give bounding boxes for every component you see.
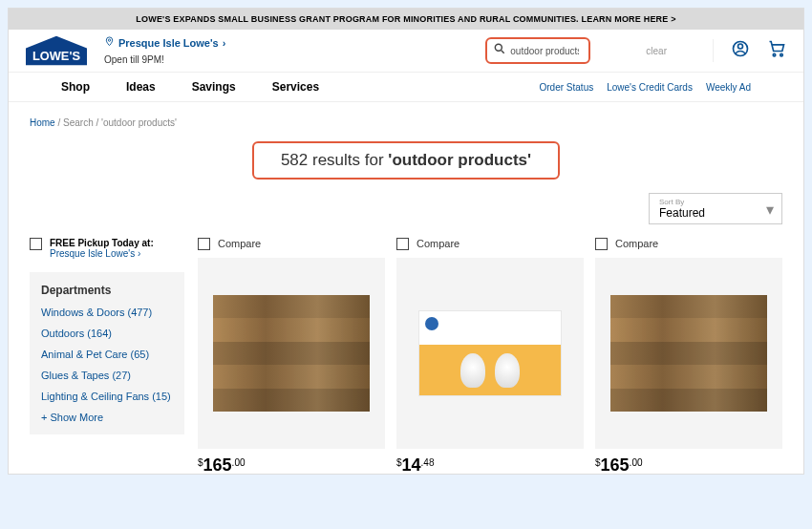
account-icon[interactable] [731, 39, 750, 62]
store-name[interactable]: Presque Isle Lowe's [118, 37, 219, 49]
pickup-label: FREE Pickup Today at: [50, 238, 154, 248]
product-price: $165.00 [198, 456, 385, 474]
product-card[interactable]: Compare $165.00 [198, 238, 385, 474]
facet-link[interactable]: Windows & Doors (477) [41, 307, 173, 318]
product-image[interactable] [396, 258, 584, 449]
nav-shop[interactable]: Shop [61, 80, 90, 94]
search-input[interactable] [510, 46, 579, 56]
nav-weekly-ad[interactable]: Weekly Ad [706, 82, 751, 93]
pin-icon [104, 36, 115, 49]
sort-value: Featured [659, 206, 772, 220]
show-more-link[interactable]: + Show More [41, 412, 103, 423]
svg-point-8 [780, 53, 783, 55]
breadcrumb-home[interactable]: Home [30, 117, 55, 128]
results-headline: 582 results for 'outdoor products' [252, 141, 560, 180]
chevron-right-icon: › [223, 37, 226, 49]
compare-label: Compare [615, 238, 658, 250]
svg-point-2 [108, 39, 110, 41]
svg-point-6 [738, 44, 743, 49]
facet-link[interactable]: Animal & Pet Care (65) [41, 349, 173, 360]
product-image[interactable] [595, 258, 782, 449]
nav-ideas[interactable]: Ideas [126, 80, 156, 94]
nav-order-status[interactable]: Order Status [540, 82, 594, 93]
compare-checkbox[interactable] [198, 238, 210, 250]
facet-link[interactable]: Outdoors (164) [41, 328, 173, 339]
product-card[interactable]: Compare $14.48 [396, 238, 584, 474]
breadcrumb: Home / Search / 'outdoor products' [9, 102, 803, 134]
svg-point-3 [496, 44, 502, 51]
facet-link[interactable]: Glues & Tapes (27) [41, 370, 173, 381]
pickup-store-link[interactable]: Presque Isle Lowe's [50, 248, 135, 259]
cart-icon[interactable] [767, 39, 786, 62]
facet-link[interactable]: Lighting & Ceiling Fans (15) [41, 391, 173, 402]
product-price: $14.48 [396, 456, 584, 474]
caret-down-icon: ▾ [766, 200, 774, 218]
facet-title: Departments [41, 284, 173, 297]
sort-label: Sort By [659, 198, 772, 206]
svg-text:LOWE'S: LOWE'S [32, 49, 80, 63]
product-image[interactable] [198, 258, 385, 449]
sort-dropdown[interactable]: Sort By Featured ▾ [649, 193, 782, 224]
compare-checkbox[interactable] [595, 238, 608, 250]
lowes-logo[interactable]: LOWE'S [26, 35, 87, 66]
chevron-right-icon: › [138, 248, 140, 259]
svg-line-4 [502, 51, 504, 53]
product-card[interactable]: Compare $165.00 [595, 238, 782, 474]
promo-banner[interactable]: LOWE'S EXPANDS SMALL BUSINESS GRANT PROG… [9, 9, 803, 30]
search-input-wrap[interactable] [485, 37, 590, 64]
search-icon [493, 42, 506, 59]
compare-label: Compare [218, 238, 261, 250]
svg-point-7 [773, 53, 776, 55]
nav-savings[interactable]: Savings [192, 80, 236, 94]
product-price: $165.00 [595, 456, 782, 474]
compare-label: Compare [417, 238, 459, 250]
clear-button[interactable]: clear [646, 46, 667, 56]
nav-credit-cards[interactable]: Lowe's Credit Cards [607, 82, 693, 93]
nav-services[interactable]: Services [272, 80, 319, 94]
pickup-checkbox[interactable] [30, 238, 42, 250]
store-hours: Open till 9PM! [104, 54, 225, 65]
compare-checkbox[interactable] [396, 238, 409, 250]
